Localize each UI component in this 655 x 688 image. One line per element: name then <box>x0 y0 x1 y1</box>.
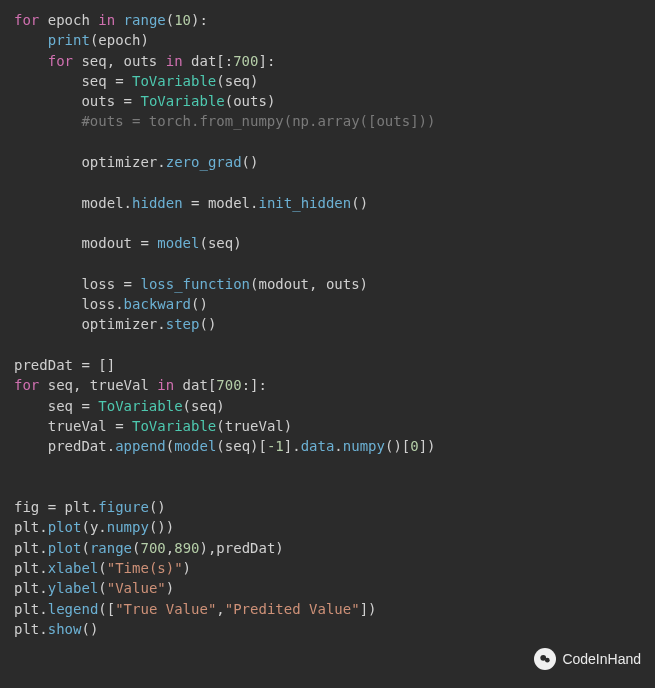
code-token: epoch <box>48 12 99 28</box>
code-token: . <box>39 519 47 535</box>
watermark-text: CodeInHand <box>562 649 641 669</box>
code-token: . <box>39 621 47 637</box>
code-token: 10 <box>174 12 191 28</box>
code-token: for <box>48 53 82 69</box>
code-token: plot <box>48 540 82 556</box>
code-token: outs <box>81 93 123 109</box>
code-token: () <box>351 195 368 211</box>
code-token: () <box>242 154 259 170</box>
code-token: range <box>90 540 132 556</box>
code-token: (epoch) <box>90 32 149 48</box>
code-token: numpy <box>343 438 385 454</box>
code-token: ToVariable <box>140 93 224 109</box>
code-token: ( <box>166 438 174 454</box>
code-token: ]) <box>360 601 377 617</box>
code-token: (outs) <box>225 93 276 109</box>
code-token: [] <box>98 357 115 373</box>
code-token: plt <box>65 499 90 515</box>
code-token: . <box>115 296 123 312</box>
code-token: plt <box>14 621 39 637</box>
code-token: = <box>48 499 65 515</box>
code-token: plt <box>14 560 39 576</box>
code-token: fig <box>14 499 48 515</box>
code-token: "Predited Value" <box>225 601 360 617</box>
code-token: plt <box>14 540 39 556</box>
code-token: predDat <box>14 357 81 373</box>
code-token: for <box>14 12 48 28</box>
code-token: [: <box>216 53 233 69</box>
code-token: , <box>166 540 174 556</box>
code-token: () <box>81 621 98 637</box>
code-token: "True Value" <box>115 601 216 617</box>
code-token: ) <box>166 580 174 596</box>
code-token: ): <box>191 12 208 28</box>
code-token: (seq)[ <box>216 438 267 454</box>
code-token: . <box>39 560 47 576</box>
code-token: -1 <box>267 438 284 454</box>
code-token: ylabel <box>48 580 99 596</box>
code-token: optimizer <box>81 154 157 170</box>
code-token: = <box>115 418 132 434</box>
code-token: seq, trueVal <box>48 377 158 393</box>
code-token: = <box>81 398 98 414</box>
code-token: loss <box>81 296 115 312</box>
code-token: . <box>39 540 47 556</box>
code-token: (modout, outs) <box>250 276 368 292</box>
code-token: . <box>250 195 258 211</box>
code-token: ]) <box>419 438 436 454</box>
code-token: (trueVal) <box>216 418 292 434</box>
code-token: model <box>157 235 199 251</box>
code-token: seq <box>81 73 115 89</box>
code-token: = <box>183 195 208 211</box>
code-token: dat <box>191 53 216 69</box>
code-token: 700 <box>140 540 165 556</box>
code-token: 700 <box>216 377 241 393</box>
code-token: 890 <box>174 540 199 556</box>
code-token: . <box>334 438 342 454</box>
code-token: = <box>124 276 141 292</box>
code-token: ToVariable <box>132 73 216 89</box>
code-token: model <box>81 195 123 211</box>
svg-point-1 <box>545 658 550 663</box>
code-token: . <box>124 195 132 211</box>
code-token: . <box>157 316 165 332</box>
code-token: 700 <box>233 53 258 69</box>
code-token: in <box>98 12 123 28</box>
code-token: optimizer <box>81 316 157 332</box>
code-token: ),predDat) <box>200 540 284 556</box>
code-token: . <box>39 580 47 596</box>
code-token: "Value" <box>107 580 166 596</box>
code-token: plot <box>48 519 82 535</box>
code-token: (seq) <box>216 73 258 89</box>
wechat-icon <box>534 648 556 670</box>
code-token: (seq) <box>199 235 241 251</box>
code-token: seq, outs <box>81 53 165 69</box>
code-token: plt <box>14 601 39 617</box>
code-token: plt <box>14 519 39 535</box>
code-token: () <box>149 499 166 515</box>
code-token: append <box>115 438 166 454</box>
code-token: , <box>216 601 224 617</box>
code-token: plt <box>14 580 39 596</box>
code-block: for epoch in range(10): print(epoch) for… <box>0 0 655 649</box>
watermark: CodeInHand <box>534 648 641 670</box>
code-token: () <box>191 296 208 312</box>
code-token: predDat <box>48 438 107 454</box>
code-token: in <box>166 53 191 69</box>
code-token: ToVariable <box>98 398 182 414</box>
code-token: step <box>166 316 200 332</box>
code-token: (seq) <box>183 398 225 414</box>
code-token: init_hidden <box>259 195 352 211</box>
code-token: xlabel <box>48 560 99 576</box>
code-token: (y. <box>81 519 106 535</box>
code-token: ( <box>98 580 106 596</box>
code-token: dat <box>183 377 208 393</box>
code-token: ) <box>183 560 191 576</box>
code-token: ToVariable <box>132 418 216 434</box>
code-token: ( <box>166 12 174 28</box>
code-token: ( <box>98 560 106 576</box>
code-token: hidden <box>132 195 183 211</box>
code-token: seq <box>48 398 82 414</box>
code-token: . <box>107 438 115 454</box>
code-token: = <box>124 93 141 109</box>
